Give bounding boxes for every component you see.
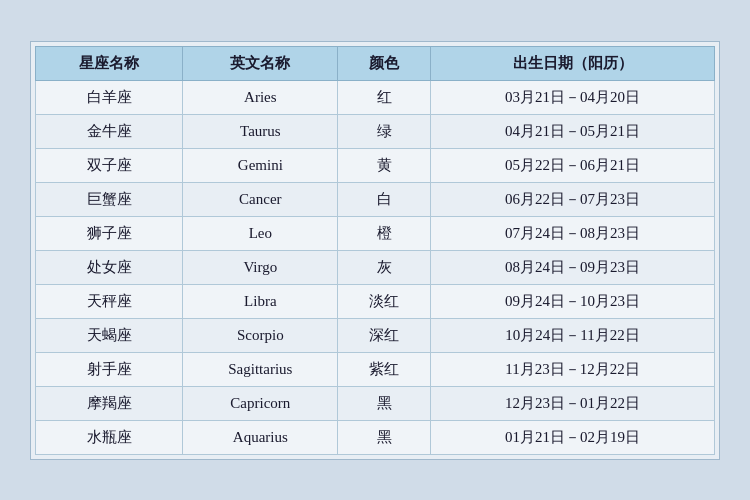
cell-english-9: Capricorn	[183, 386, 338, 420]
cell-chinese-2: 双子座	[36, 148, 183, 182]
cell-chinese-4: 狮子座	[36, 216, 183, 250]
cell-chinese-3: 巨蟹座	[36, 182, 183, 216]
header-color: 颜色	[338, 46, 431, 80]
table-row: 射手座Sagittarius紫红11月23日－12月22日	[36, 352, 715, 386]
cell-date-6: 09月24日－10月23日	[431, 284, 715, 318]
table-row: 狮子座Leo橙07月24日－08月23日	[36, 216, 715, 250]
header-chinese-name: 星座名称	[36, 46, 183, 80]
cell-chinese-9: 摩羯座	[36, 386, 183, 420]
cell-english-6: Libra	[183, 284, 338, 318]
header-english-name: 英文名称	[183, 46, 338, 80]
cell-date-9: 12月23日－01月22日	[431, 386, 715, 420]
table-row: 处女座Virgo灰08月24日－09月23日	[36, 250, 715, 284]
cell-color-7: 深红	[338, 318, 431, 352]
table-row: 摩羯座Capricorn黑12月23日－01月22日	[36, 386, 715, 420]
cell-color-0: 红	[338, 80, 431, 114]
table-row: 白羊座Aries红03月21日－04月20日	[36, 80, 715, 114]
cell-english-0: Aries	[183, 80, 338, 114]
cell-chinese-6: 天秤座	[36, 284, 183, 318]
cell-chinese-7: 天蝎座	[36, 318, 183, 352]
cell-color-8: 紫红	[338, 352, 431, 386]
cell-color-4: 橙	[338, 216, 431, 250]
cell-chinese-8: 射手座	[36, 352, 183, 386]
header-date: 出生日期（阳历）	[431, 46, 715, 80]
cell-date-8: 11月23日－12月22日	[431, 352, 715, 386]
cell-date-1: 04月21日－05月21日	[431, 114, 715, 148]
cell-date-10: 01月21日－02月19日	[431, 420, 715, 454]
table-row: 天蝎座Scorpio深红10月24日－11月22日	[36, 318, 715, 352]
table-row: 双子座Gemini黄05月22日－06月21日	[36, 148, 715, 182]
cell-chinese-10: 水瓶座	[36, 420, 183, 454]
cell-english-7: Scorpio	[183, 318, 338, 352]
cell-english-3: Cancer	[183, 182, 338, 216]
cell-english-2: Gemini	[183, 148, 338, 182]
cell-english-5: Virgo	[183, 250, 338, 284]
cell-color-6: 淡红	[338, 284, 431, 318]
table-header-row: 星座名称 英文名称 颜色 出生日期（阳历）	[36, 46, 715, 80]
cell-date-7: 10月24日－11月22日	[431, 318, 715, 352]
table-row: 水瓶座Aquarius黑01月21日－02月19日	[36, 420, 715, 454]
cell-date-0: 03月21日－04月20日	[431, 80, 715, 114]
cell-date-3: 06月22日－07月23日	[431, 182, 715, 216]
cell-color-9: 黑	[338, 386, 431, 420]
cell-english-1: Taurus	[183, 114, 338, 148]
cell-color-10: 黑	[338, 420, 431, 454]
cell-date-5: 08月24日－09月23日	[431, 250, 715, 284]
cell-chinese-0: 白羊座	[36, 80, 183, 114]
table-body: 白羊座Aries红03月21日－04月20日金牛座Taurus绿04月21日－0…	[36, 80, 715, 454]
table-row: 天秤座Libra淡红09月24日－10月23日	[36, 284, 715, 318]
cell-color-5: 灰	[338, 250, 431, 284]
cell-english-10: Aquarius	[183, 420, 338, 454]
cell-color-3: 白	[338, 182, 431, 216]
cell-english-8: Sagittarius	[183, 352, 338, 386]
zodiac-table: 星座名称 英文名称 颜色 出生日期（阳历） 白羊座Aries红03月21日－04…	[35, 46, 715, 455]
zodiac-table-container: 星座名称 英文名称 颜色 出生日期（阳历） 白羊座Aries红03月21日－04…	[30, 41, 720, 460]
cell-color-2: 黄	[338, 148, 431, 182]
cell-chinese-1: 金牛座	[36, 114, 183, 148]
table-row: 巨蟹座Cancer白06月22日－07月23日	[36, 182, 715, 216]
cell-chinese-5: 处女座	[36, 250, 183, 284]
cell-date-2: 05月22日－06月21日	[431, 148, 715, 182]
cell-english-4: Leo	[183, 216, 338, 250]
table-row: 金牛座Taurus绿04月21日－05月21日	[36, 114, 715, 148]
cell-color-1: 绿	[338, 114, 431, 148]
cell-date-4: 07月24日－08月23日	[431, 216, 715, 250]
